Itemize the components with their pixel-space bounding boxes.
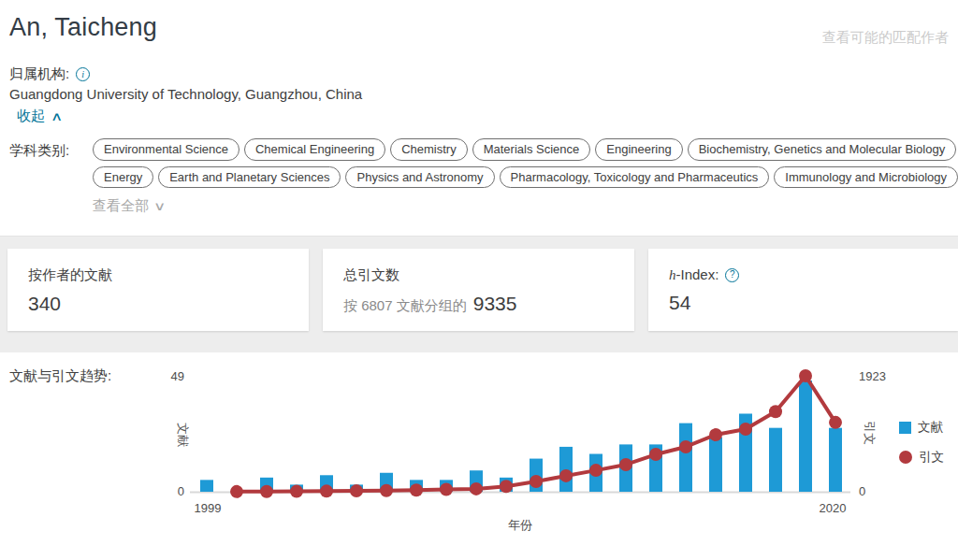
documents-citations-chart (0, 352, 958, 560)
documents-card-label: 按作者的文献 (28, 266, 288, 284)
metrics-band: 按作者的文献 340 总引文数 按 6807 文献分组的 9335 h-Inde… (0, 236, 958, 352)
doc-bar (200, 480, 213, 492)
citation-dot (709, 428, 722, 441)
author-header: An, Taicheng 查看可能的匹配作者 归属机构: i Guangdong… (0, 0, 958, 236)
potential-author-matches-link[interactable]: 查看可能的匹配作者 (822, 29, 949, 47)
subject-tag: Immunology and Microbiology (774, 166, 958, 189)
doc-bar (799, 381, 812, 492)
affiliation-label: 归属机构: (9, 65, 69, 83)
collapse-link-label: 收起 (17, 108, 45, 125)
trend-section: 文献与引文趋势: 49 0 文献 1923 0 引文 1999 2020 年份 … (0, 352, 958, 560)
citation-dot (440, 483, 453, 496)
subject-tag: Chemical Engineering (244, 138, 385, 161)
citation-dot (799, 369, 812, 382)
subject-tag: Energy (93, 166, 153, 189)
citations-grouping-text: 按 6807 文献分组的 (343, 297, 467, 315)
doc-bar (829, 428, 842, 492)
citation-dot (589, 464, 602, 477)
x-axis-last-tick: 2020 (809, 501, 856, 515)
subject-tag: Engineering (595, 138, 682, 161)
doc-bar (769, 428, 782, 492)
legend-item-documents[interactable]: 文献 (899, 419, 944, 436)
chevron-up-icon: ∧ (51, 109, 63, 123)
page-title: An, Taicheng (9, 13, 157, 42)
legend-documents-label: 文献 (918, 419, 943, 436)
subject-tag: Biochemistry, Genetics and Molecular Bio… (688, 138, 957, 161)
subject-tag: Environmental Science (93, 138, 240, 161)
h-index-value: 54 (669, 292, 937, 314)
citations-count: 9335 (473, 293, 517, 315)
citation-dot (559, 469, 573, 482)
citation-dot (829, 416, 842, 429)
help-icon[interactable]: ? (725, 268, 739, 282)
citation-dot (380, 484, 393, 497)
subject-tag: Pharmacology, Toxicology and Pharmaceuti… (500, 166, 770, 189)
documents-card: 按作者的文献 340 (7, 249, 309, 331)
subject-tag-row: EnergyEarth and Planetary SciencesPhysic… (93, 166, 958, 189)
citations-value-row: 按 6807 文献分组的 9335 (343, 293, 614, 315)
right-axis-max-tick: 1923 (859, 369, 886, 383)
citation-dot (350, 484, 363, 497)
h-index-label: h-Index: (669, 266, 718, 283)
chevron-down-icon: ∨ (153, 199, 166, 213)
view-all-label: 查看全部 (93, 197, 149, 215)
doc-bar (709, 438, 722, 492)
documents-count: 340 (28, 293, 288, 315)
citation-dot (649, 448, 662, 461)
subject-tag: Chemistry (390, 138, 468, 161)
view-all-link[interactable]: 查看全部 ∨ (93, 197, 165, 215)
documents-swatch-icon (899, 422, 911, 434)
x-axis-first-tick: 1999 (184, 501, 231, 515)
left-axis-title: 文献 (168, 421, 196, 449)
citations-card: 总引文数 按 6807 文献分组的 9335 (323, 249, 634, 331)
subject-tag: Earth and Planetary Sciences (158, 166, 341, 189)
h-index-label-row: h-Index: ? (669, 266, 937, 283)
subject-tag: Physics and Astronomy (345, 166, 494, 189)
citations-card-label: 总引文数 (343, 266, 614, 284)
citation-dot (739, 423, 752, 436)
subject-tag-row: Environmental ScienceChemical Engineerin… (93, 138, 958, 161)
scopus-author-page: An, Taicheng 查看可能的匹配作者 归属机构: i Guangdong… (0, 0, 958, 560)
subject-tag: Materials Science (472, 138, 591, 161)
x-axis-title: 年份 (487, 517, 553, 534)
h-index-card: h-Index: ? 54 (648, 249, 958, 331)
right-axis-min-tick: 0 (859, 484, 865, 498)
left-axis-max-tick: 49 (138, 369, 184, 383)
citation-dot (410, 483, 423, 496)
citation-dot (230, 485, 243, 498)
doc-bar (679, 424, 692, 492)
info-icon[interactable]: i (76, 67, 90, 81)
right-axis-title: 引文 (855, 419, 883, 447)
subject-tags: Environmental ScienceChemical Engineerin… (93, 138, 958, 188)
affiliation-row: 归属机构: i (9, 65, 90, 83)
citation-dot (530, 475, 543, 488)
citation-dot (260, 485, 273, 498)
citation-dot (290, 485, 303, 498)
citation-dot (320, 484, 333, 497)
citations-swatch-icon (899, 451, 912, 464)
citation-dot (619, 458, 632, 471)
citation-dot (679, 440, 692, 453)
citation-dot (500, 480, 513, 493)
chart-legend: 文献 引文 (899, 419, 944, 466)
citation-dot (769, 405, 782, 418)
legend-item-citations[interactable]: 引文 (899, 449, 944, 466)
left-axis-min-tick: 0 (138, 484, 184, 498)
legend-citations-label: 引文 (919, 449, 944, 466)
affiliation-text: Guangdong University of Technology, Guan… (9, 86, 362, 102)
subject-areas-label: 学科类别: (9, 142, 69, 160)
collapse-link[interactable]: 收起 ∧ (17, 108, 62, 125)
citation-dot (470, 482, 483, 495)
